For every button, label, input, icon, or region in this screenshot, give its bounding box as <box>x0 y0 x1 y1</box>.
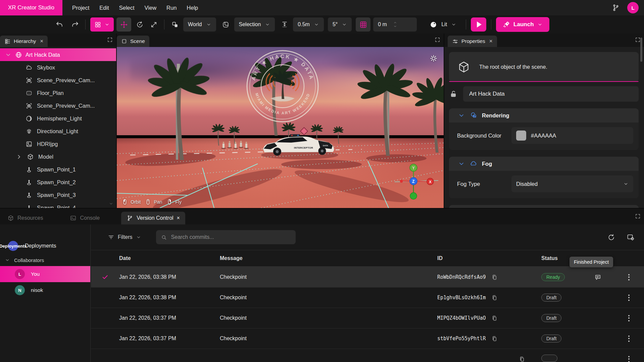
rotate-snap-dropdown[interactable]: 5° <box>328 17 352 32</box>
tab-scene[interactable]: Scene <box>117 36 149 47</box>
grid-toggle-button[interactable] <box>356 17 370 32</box>
pivot-mode-button[interactable] <box>220 17 232 32</box>
collaborator-nisok[interactable]: N nisok <box>0 282 90 298</box>
tab-hierarchy[interactable]: Hierarchy × <box>0 36 48 47</box>
rendering-section-header[interactable]: Rendering <box>449 108 639 122</box>
deployments-item[interactable]: Deployments Deployments <box>0 238 90 254</box>
kebab-menu[interactable] <box>614 335 644 342</box>
fog-cloud-icon <box>470 160 477 167</box>
viewport-settings-gear-icon[interactable] <box>430 54 438 64</box>
move-tool-button[interactable] <box>116 17 131 32</box>
copy-icon[interactable] <box>491 295 498 301</box>
commit-row-partial[interactable] <box>91 349 644 362</box>
menu-project[interactable]: Project <box>67 0 94 15</box>
tab-resources[interactable]: Resources <box>2 212 48 224</box>
close-icon[interactable]: × <box>177 215 180 221</box>
version-control-icon[interactable] <box>612 4 620 12</box>
commit-row[interactable]: Jan 22, 2026, 03:38 PM Checkpoint Ep1ghv… <box>91 287 644 308</box>
tab-console[interactable]: Console <box>64 212 105 224</box>
tree-item-directional-light[interactable]: Directional_Light <box>0 125 116 138</box>
menu-run[interactable]: Run <box>161 0 182 15</box>
commit-row[interactable]: Jan 22, 2026, 03:38 PM Checkpoint RoWbDn… <box>91 267 644 287</box>
avatar: N <box>15 285 25 295</box>
tab-version-control[interactable]: Version Control × <box>121 212 185 224</box>
tree-item-root[interactable]: Art Hack Data <box>0 48 116 61</box>
filters-button[interactable]: Filters <box>108 234 141 241</box>
copy-icon[interactable] <box>519 356 525 362</box>
transform-space-dropdown[interactable]: World <box>183 17 216 32</box>
tree-item-hdri[interactable]: HDRIjpg <box>0 138 116 150</box>
tree-item-spawn-1[interactable]: Spawn_Point_1 <box>0 163 116 176</box>
object-name-field[interactable] <box>463 86 639 102</box>
fog-section-header[interactable]: Fog <box>449 157 639 171</box>
tree-item-skybox[interactable]: Skybox <box>0 61 116 74</box>
rotate-tool-button[interactable] <box>134 17 145 32</box>
copy-icon[interactable] <box>491 274 498 280</box>
status-badge: Draft <box>541 314 561 322</box>
kebab-menu[interactable] <box>614 315 644 321</box>
play-button[interactable] <box>471 17 486 32</box>
background-color-field[interactable]: #AAAAAA <box>511 127 633 144</box>
scene-viewport[interactable]: INTERCEPTOR DATA ART ★ HACK ★ DATA <box>117 47 444 208</box>
chevron-right-icon[interactable] <box>15 153 22 160</box>
tree-item-spawn-2[interactable]: Spawn_Point_2 <box>0 176 116 189</box>
menu-help[interactable]: Help <box>182 0 203 15</box>
copy-icon[interactable] <box>491 335 498 342</box>
color-swatch[interactable] <box>516 131 526 141</box>
duplicate-button[interactable] <box>169 17 181 32</box>
collaboration-sidebar: Deployments Deployments Collaborators L … <box>0 224 91 362</box>
search-commits-box[interactable] <box>156 230 296 244</box>
audio-section-header[interactable]: Audio Settings <box>449 205 639 208</box>
tree-item-spawn-4[interactable]: Spawn_Point_4 <box>0 201 116 208</box>
tab-properties[interactable]: Properties × <box>448 36 497 47</box>
collaborator-you[interactable]: L You <box>0 266 90 282</box>
close-icon[interactable]: × <box>40 38 43 45</box>
undo-button[interactable] <box>54 17 65 32</box>
tree-item-camera[interactable]: Scene_Preview_Cam... <box>0 74 116 87</box>
refresh-icon[interactable] <box>607 234 615 241</box>
chevron-down-icon[interactable] <box>5 51 12 58</box>
comment-icon[interactable] <box>594 274 601 281</box>
commit-row[interactable]: Jan 22, 2026, 03:37 PM Checkpoint stbVfe… <box>91 328 644 349</box>
layout-grid-button[interactable] <box>90 17 114 32</box>
tree-item-spawn-3[interactable]: Spawn_Point_3 <box>0 189 116 201</box>
launch-button[interactable]: Launch <box>496 17 549 32</box>
commit-row[interactable]: Jan 22, 2026, 03:37 PM Checkpoint MIPQZ4… <box>91 308 644 328</box>
collaborators-group[interactable]: Collaborators <box>0 254 90 266</box>
scroll-more-icon[interactable] <box>109 201 113 207</box>
expand-panel-icon[interactable] <box>635 37 641 44</box>
scale-tool-button[interactable] <box>148 17 159 32</box>
snap-icon[interactable] <box>279 17 290 32</box>
menu-edit[interactable]: Edit <box>94 0 114 15</box>
menu-view[interactable]: View <box>140 0 161 15</box>
move-snap-dropdown[interactable]: 0.5m <box>293 17 324 32</box>
close-icon[interactable]: × <box>489 38 493 45</box>
tree-item-floor-plan[interactable]: Floor_Plan <box>0 87 116 99</box>
grid-height-stepper[interactable]: 0 m <box>373 17 417 32</box>
kebab-menu[interactable] <box>614 295 644 301</box>
tree-item-camera[interactable]: Scene_Preview_Cam... <box>0 99 116 112</box>
expand-panel-icon[interactable] <box>435 37 440 44</box>
search-commits-input[interactable] <box>171 234 291 240</box>
scrollbar[interactable] <box>640 38 642 62</box>
transform-gizmo[interactable]: Y X Z <box>395 164 438 199</box>
expand-panel-icon[interactable] <box>635 213 641 220</box>
user-avatar[interactable]: L <box>627 2 639 13</box>
skybox-icon <box>26 64 33 71</box>
stepper-arrows[interactable] <box>393 21 397 28</box>
commit-settings-icon[interactable] <box>627 233 635 241</box>
tree-item-hemisphere-light[interactable]: Hemisphere_Light <box>0 112 116 125</box>
fog-type-dropdown[interactable]: Disabled <box>511 175 633 192</box>
redo-button[interactable] <box>69 17 81 32</box>
pivot-dropdown[interactable]: Selection <box>234 17 275 32</box>
kebab-menu[interactable] <box>614 274 644 280</box>
menu-select[interactable]: Select <box>114 0 140 15</box>
expand-panel-icon[interactable] <box>107 37 113 44</box>
tree-item-model[interactable]: Model <box>0 150 116 163</box>
copy-icon[interactable] <box>491 315 498 321</box>
shading-mode-dropdown[interactable]: Lit <box>425 17 461 32</box>
mouse-middle-icon <box>145 199 151 205</box>
chevron-down-icon <box>136 235 141 240</box>
kebab-menu[interactable] <box>614 356 644 362</box>
unlock-icon[interactable] <box>449 90 458 98</box>
